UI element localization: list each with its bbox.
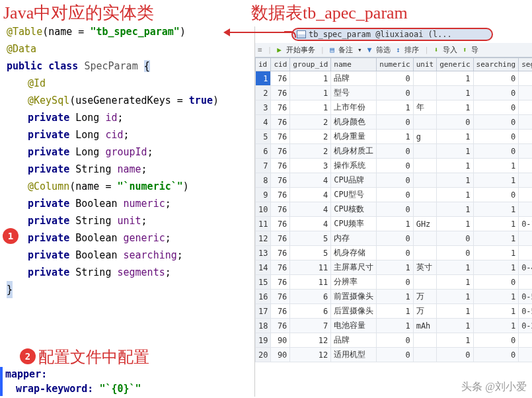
comment-button[interactable]: ▤ 备注 ▾ (330, 45, 362, 55)
import-button[interactable]: ⬇ 导入 (434, 45, 457, 55)
column-header[interactable]: seg (519, 58, 532, 71)
table-row[interactable]: 209012适用机型000 (256, 348, 533, 362)
title-left: Java中对应的实体类 (3, 1, 154, 24)
table-row[interactable]: 5762机身重量1g10 (256, 130, 533, 144)
table-row[interactable]: 10764CPU核数011 (256, 202, 533, 217)
table-row[interactable]: 6762机身材质工010 (256, 144, 533, 159)
annotation-table: @Table (7, 26, 42, 38)
table-row[interactable]: 13765机身存储001 (256, 246, 533, 260)
code-editor[interactable]: @Table(name = "tb_spec_param") @Data pub… (0, 23, 254, 298)
annotation-marker-2: 2 (20, 348, 36, 364)
db-tab-label: tb_spec_param @liuxiaoai (l... (309, 30, 452, 39)
column-header[interactable]: generic (437, 58, 473, 71)
column-header[interactable]: name (331, 58, 377, 71)
db-toolbar: ≡ | ▶ 开始事务 | ▤ 备注 ▾ ▼ 筛选 ↕ 排序 | ⬇ 导入 ⬆ 导 (255, 43, 532, 58)
yaml-config[interactable]: mapper: wrap-keyword: "`{0}`" (0, 367, 141, 396)
filter-button[interactable]: ▼ 筛选 (367, 45, 391, 55)
sort-button[interactable]: ↕ 排序 (396, 45, 419, 55)
annotation-data: @Data (7, 40, 254, 58)
annotation-column: @Column (28, 180, 69, 192)
arrow-line (226, 32, 292, 33)
table-row[interactable]: 2761型号010 (256, 86, 533, 100)
table-row[interactable]: 147611主屏幕尺寸1英寸110-4 (256, 260, 533, 275)
column-header[interactable]: cid (271, 58, 290, 71)
table-row[interactable]: 12765内存001 (256, 231, 533, 246)
table-row[interactable]: 16766前置摄像头1万110-5 (256, 290, 533, 304)
table-row[interactable]: 3761上市年份1年10 (256, 100, 533, 115)
brace-open: { (144, 60, 150, 72)
table-row[interactable]: 18767电池容量1mAh110-2 (256, 319, 533, 333)
annotation-id: @Id (7, 75, 254, 92)
header: Java中对应的实体类 数据表tb_apec_param (0, 1, 532, 21)
column-header[interactable]: unit (413, 58, 437, 71)
column-header[interactable]: group_id (290, 58, 331, 71)
title-right: 数据表tb_apec_param (251, 1, 408, 24)
column-header[interactable]: id (256, 58, 271, 71)
table-icon (297, 30, 306, 38)
table-row[interactable]: 157611分辨率010 (256, 275, 533, 290)
table-row[interactable]: 199012品牌010 (256, 333, 533, 348)
menu-icon[interactable]: ≡ (258, 46, 262, 54)
watermark: 头条 @刘小爱 (461, 380, 527, 394)
table-row[interactable]: 4762机身颜色000 (256, 115, 533, 130)
db-table[interactable]: idcidgroup_idnamenumericunitgenericsearc… (255, 58, 532, 362)
column-header[interactable]: numeric (377, 58, 413, 71)
annotation-marker-1: 1 (3, 228, 19, 244)
config-file-label: 配置文件中配置 (38, 346, 149, 368)
brace-close: } (7, 281, 13, 298)
table-row[interactable]: 11764CPU频率1GHz110-1 (256, 217, 533, 231)
db-table-wrap[interactable]: idcidgroup_idnamenumericunitgenericsearc… (255, 58, 532, 397)
column-header[interactable]: searching (473, 58, 519, 71)
table-row[interactable]: 8764CPU品牌011 (256, 173, 533, 188)
table-row[interactable]: 1761品牌010 (256, 71, 533, 86)
export-button[interactable]: ⬆ 导 (463, 45, 478, 55)
arrow-curve (284, 31, 296, 38)
begin-transaction-button[interactable]: ▶ 开始事务 (277, 45, 315, 55)
table-row[interactable]: 7763操作系统011 (256, 159, 533, 173)
db-tab[interactable]: tb_spec_param @liuxiaoai (l... (291, 28, 493, 41)
table-row[interactable]: 17766后置摄像头1万110-5 (256, 304, 533, 319)
database-panel: tb_spec_param @liuxiaoai (l... ≡ | ▶ 开始事… (254, 26, 532, 397)
table-row[interactable]: 9764CPU型号010 (256, 188, 533, 202)
